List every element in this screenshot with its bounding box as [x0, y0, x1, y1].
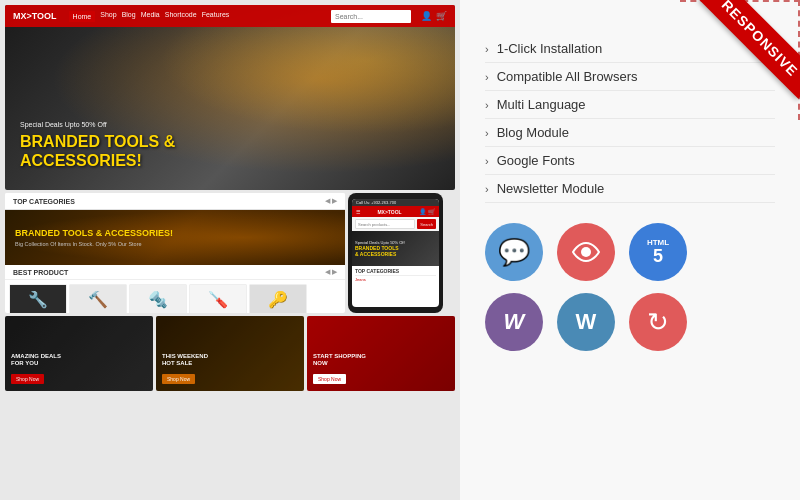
banner-content: START SHOPPINGNOW Shop Now: [313, 353, 366, 385]
phone-call-text: Call Us: +932-263-700: [356, 200, 396, 205]
arrow-icon: ›: [485, 127, 489, 139]
hero-section: MX>TOOL Home Shop Blog Media Shortcode F…: [5, 5, 455, 190]
phone-user-icon[interactable]: 👤: [419, 208, 426, 215]
svg-point-0: [581, 247, 591, 257]
product-image: 🔩: [130, 285, 186, 313]
chat-icon: 💬: [485, 223, 543, 281]
phone-search-button[interactable]: Search: [417, 219, 436, 229]
phone-call-bar: Call Us: +932-263-700: [352, 199, 439, 206]
banner-content: THIS WEEKENDHOT SALE Shop Now: [162, 353, 208, 385]
phone-screen: Call Us: +932-263-700 ☰ MX>TOOL 👤 🛒 Sear…: [352, 199, 439, 307]
phone-mockup: Call Us: +932-263-700 ☰ MX>TOOL 👤 🛒 Sear…: [348, 193, 443, 313]
nav-search-input[interactable]: [331, 10, 411, 23]
phone-cart-icon[interactable]: 🛒: [428, 208, 435, 215]
nav-item-blog[interactable]: Blog: [122, 11, 136, 22]
phone-categories: TOP CATEGORIES Jeans: [352, 266, 439, 284]
hero-navbar: MX>TOOL Home Shop Blog Media Shortcode F…: [5, 5, 455, 27]
banner-btn[interactable]: Shop Now: [313, 374, 346, 384]
hero-title-line1: BRANDED TOOLS &: [20, 133, 175, 150]
phone-hero-banner: Special Deals Upto 50% Off BRANDED TOOLS…: [352, 231, 439, 266]
nav-item-media[interactable]: Media: [141, 11, 160, 22]
categories-nav[interactable]: ◀ ▶: [325, 197, 337, 205]
categories-banner-title: BRANDED TOOLS & ACCESSORIES!: [15, 228, 173, 239]
bottom-banners: AMAZING DEALSFOR YOU Shop Now THIS WEEKE…: [5, 316, 455, 391]
arrow-icon: ›: [485, 99, 489, 111]
feature-label: Google Fonts: [497, 153, 575, 168]
nav-item-home[interactable]: Home: [69, 11, 96, 22]
feature-label: Compatible All Browsers: [497, 69, 638, 84]
phone-menu-icon[interactable]: ☰: [356, 209, 360, 215]
feature-item: › Newsletter Module: [485, 175, 775, 203]
phone-header: ☰ MX>TOOL 👤 🛒: [352, 206, 439, 217]
phone-cat-title: TOP CATEGORIES: [355, 268, 436, 276]
product-card[interactable]: 🪛 Explore In S... ★★★★☆ $135.00: [189, 284, 247, 313]
hero-deal-text: Special Deals Upto 50% Off: [20, 121, 175, 128]
nav-items: Home Shop Blog Media Shortcode Features: [69, 11, 230, 22]
wordpress-icon: W: [557, 293, 615, 351]
phone-cat-item[interactable]: Jeans: [355, 277, 436, 282]
arrow-icon: ›: [485, 155, 489, 167]
cart-icon[interactable]: 🛒: [436, 11, 447, 21]
feature-item: › Blog Module: [485, 119, 775, 147]
technology-icons-grid: 💬 HTML 5 W W ↻: [485, 223, 775, 351]
nav-item-shortcode[interactable]: Shortcode: [165, 11, 197, 22]
product-image: 🔧: [10, 285, 66, 313]
product-card[interactable]: 🔩 Peacock D... ★★★★★ $170.00: [129, 284, 187, 313]
banner-label: AMAZING DEALSFOR YOU: [11, 353, 61, 367]
banner-label: THIS WEEKENDHOT SALE: [162, 353, 208, 367]
products-nav[interactable]: ◀ ▶: [325, 268, 337, 276]
right-panel: RESPONSIVE › 1-Click Installation › Comp…: [460, 0, 800, 500]
banner-content: AMAZING DEALSFOR YOU Shop Now: [11, 353, 61, 385]
phone-search-bar: Search: [352, 217, 439, 231]
feature-label: Newsletter Module: [497, 181, 605, 196]
html5-icon: HTML 5: [629, 223, 687, 281]
product-card[interactable]: 🔑 Black-toned... ★★★★★ $280.00: [249, 284, 307, 313]
store-preview-panel: TOP CATEGORIES ◀ ▶ BRANDED TOOLS & ACCES…: [5, 193, 345, 313]
products-title: BEST PRODUCT: [13, 269, 68, 276]
banner-btn[interactable]: Shop Now: [162, 374, 195, 384]
categories-title: TOP CATEGORIES: [13, 198, 75, 205]
phone-logo: MX>TOOL: [377, 209, 401, 215]
phone-banner-title: BRANDED TOOLS& ACCESSORIES: [355, 245, 405, 257]
products-list: 🔧 BeachParts D... ★★★★★ $140.00 🔨 WorkCe…: [5, 280, 345, 313]
hero-title: BRANDED TOOLS & ACCESSORIES!: [20, 132, 175, 170]
arrow-icon: ›: [485, 183, 489, 195]
refresh-icon: ↻: [629, 293, 687, 351]
banner-card-deals[interactable]: AMAZING DEALSFOR YOU Shop Now: [5, 316, 153, 391]
arrow-icon: ›: [485, 43, 489, 55]
arrow-icon: ›: [485, 71, 489, 83]
nav-item-features[interactable]: Features: [202, 11, 230, 22]
nav-item-shop[interactable]: Shop: [100, 11, 116, 22]
responsive-ribbon: RESPONSIVE: [680, 0, 800, 120]
product-card[interactable]: 🔧 BeachParts D... ★★★★★ $140.00: [9, 284, 67, 313]
feature-label: Multi Language: [497, 97, 586, 112]
banner-btn[interactable]: Shop Now: [11, 374, 44, 384]
product-card[interactable]: 🔨 WorkCenter J... ★★★★☆ $280.00: [69, 284, 127, 313]
hero-title-line2: ACCESSORIES!: [20, 152, 142, 169]
products-header: BEST PRODUCT ◀ ▶: [5, 265, 345, 280]
hero-content: Special Deals Upto 50% Off BRANDED TOOLS…: [20, 121, 175, 170]
product-image: 🔨: [70, 285, 126, 313]
phone-search-input[interactable]: [355, 219, 415, 229]
user-icon[interactable]: 👤: [421, 11, 432, 21]
left-panel: MX>TOOL Home Shop Blog Media Shortcode F…: [0, 0, 460, 500]
banner-card-weekend[interactable]: THIS WEEKENDHOT SALE Shop Now: [156, 316, 304, 391]
categories-banner: BRANDED TOOLS & ACCESSORIES! Big Collect…: [5, 210, 345, 265]
categories-header: TOP CATEGORIES ◀ ▶: [5, 193, 345, 210]
feature-label: Blog Module: [497, 125, 569, 140]
nav-logo: MX>TOOL: [13, 11, 57, 21]
product-image: 🪛: [190, 285, 246, 313]
feature-label: 1-Click Installation: [497, 41, 603, 56]
phone-nav-icons: 👤 🛒: [419, 208, 435, 215]
banner-card-shopping[interactable]: START SHOPPINGNOW Shop Now: [307, 316, 455, 391]
product-image: 🔑: [250, 285, 306, 313]
nav-icon-group: 👤 🛒: [421, 11, 447, 21]
banner-label: START SHOPPINGNOW: [313, 353, 366, 367]
feature-item: › Google Fonts: [485, 147, 775, 175]
categories-banner-sub: Big Collection Of Items In Stock. Only 5…: [15, 241, 173, 247]
woocommerce-icon: W: [485, 293, 543, 351]
bottom-panels: TOP CATEGORIES ◀ ▶ BRANDED TOOLS & ACCES…: [5, 193, 455, 313]
eye-icon: [557, 223, 615, 281]
